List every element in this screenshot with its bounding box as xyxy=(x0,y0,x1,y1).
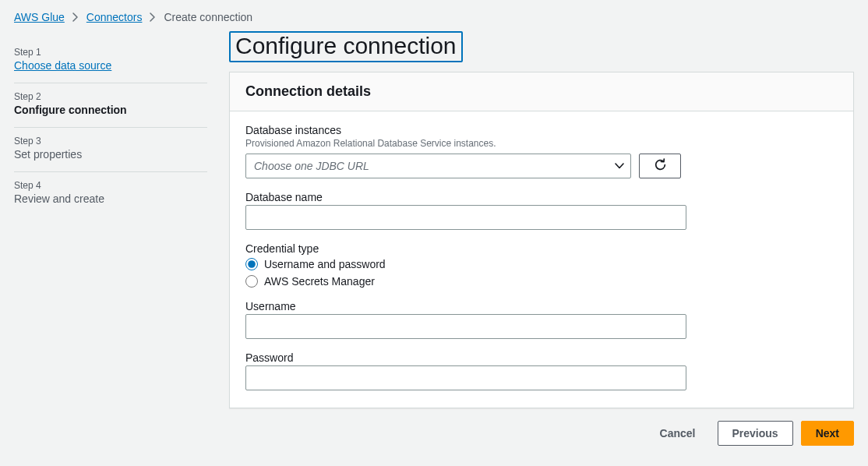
step-title: Set properties xyxy=(14,148,207,161)
radio-secrets-manager[interactable]: AWS Secrets Manager xyxy=(245,275,838,288)
wizard-step-4: Step 4 Review and create xyxy=(14,171,207,216)
chevron-right-icon xyxy=(150,12,156,22)
jdbc-url-select[interactable]: Choose one JDBC URL xyxy=(245,154,631,178)
chevron-right-icon xyxy=(72,12,79,22)
field-label: Password xyxy=(245,351,838,364)
field-label: Username xyxy=(245,300,838,312)
card-header: Connection details xyxy=(230,72,853,111)
breadcrumb: AWS Glue Connectors Create connection xyxy=(0,0,868,28)
wizard-step-3: Step 3 Set properties xyxy=(14,127,207,171)
wizard-step-1[interactable]: Step 1 Choose data source xyxy=(14,39,207,83)
step-number: Step 4 xyxy=(14,180,207,191)
breadcrumb-connectors[interactable]: Connectors xyxy=(86,11,143,23)
field-username: Username xyxy=(245,300,838,339)
caret-down-icon xyxy=(615,163,624,169)
wizard-steps: Step 1 Choose data source Step 2 Configu… xyxy=(14,28,207,446)
field-database-name: Database name xyxy=(245,191,838,230)
breadcrumb-root[interactable]: AWS Glue xyxy=(14,11,65,23)
refresh-icon xyxy=(654,158,667,174)
next-button[interactable]: Next xyxy=(801,421,854,446)
radio-input[interactable] xyxy=(245,258,258,270)
step-number: Step 1 xyxy=(14,47,207,58)
radio-label: AWS Secrets Manager xyxy=(264,275,375,288)
radio-label: Username and password xyxy=(264,258,386,270)
previous-button[interactable]: Previous xyxy=(718,421,793,446)
step-title: Configure connection xyxy=(14,104,207,116)
step-title[interactable]: Choose data source xyxy=(14,59,207,72)
page-title: Configure connection xyxy=(229,31,463,62)
database-name-input[interactable] xyxy=(245,205,686,230)
cancel-button[interactable]: Cancel xyxy=(646,421,710,446)
field-password: Password xyxy=(245,351,838,390)
step-title: Review and create xyxy=(14,192,207,205)
wizard-footer: Cancel Previous Next xyxy=(229,408,854,446)
radio-username-password[interactable]: Username and password xyxy=(245,258,838,270)
step-number: Step 3 xyxy=(14,136,207,147)
username-input[interactable] xyxy=(245,314,686,339)
wizard-step-2: Step 2 Configure connection xyxy=(14,83,207,127)
field-label: Database instances xyxy=(245,124,838,136)
refresh-button[interactable] xyxy=(639,154,681,178)
password-input[interactable] xyxy=(245,365,686,390)
connection-details-card: Connection details Database instances Pr… xyxy=(229,72,854,408)
breadcrumb-current: Create connection xyxy=(164,11,252,23)
field-description: Provisioned Amazon Relational Database S… xyxy=(245,138,838,149)
field-label: Credential type xyxy=(245,242,838,255)
field-database-instances: Database instances Provisioned Amazon Re… xyxy=(245,124,838,178)
field-label: Database name xyxy=(245,191,838,203)
radio-input[interactable] xyxy=(245,275,258,288)
field-credential-type: Credential type Username and password AW… xyxy=(245,242,838,288)
select-placeholder: Choose one JDBC URL xyxy=(254,160,369,172)
step-number: Step 2 xyxy=(14,91,207,102)
